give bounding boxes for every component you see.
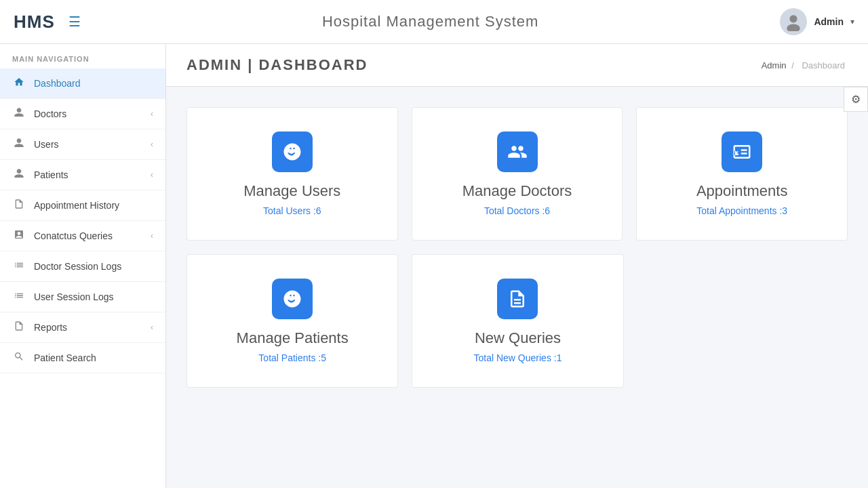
chevron-down-icon: ▾ (850, 17, 854, 26)
card-icon-wrapper (497, 131, 538, 172)
sidebar-item-label: Reports (34, 322, 67, 333)
card-title: Manage Doctors (462, 182, 572, 200)
card-subtitle: Total New Queries :1 (474, 352, 562, 363)
appointment-icon (12, 199, 26, 212)
user-session-icon (12, 290, 26, 304)
reports-icon (12, 321, 26, 334)
home-icon (12, 77, 26, 90)
empty-card (637, 254, 848, 388)
sidebar-item-label: Doctors (34, 108, 66, 119)
sidebar-item-label: Dashboard (34, 78, 81, 89)
card-subtitle: Total Users :6 (263, 205, 321, 216)
chevron-left-icon: ‹ (151, 109, 153, 119)
appointments-card[interactable]: Appointments Total Appointments :3 (636, 107, 848, 241)
card-icon-wrapper (722, 131, 762, 172)
user-menu[interactable]: Admin ▾ (780, 8, 854, 35)
gear-icon: ⚙ (851, 94, 861, 105)
logo: HMS (14, 12, 55, 33)
manage-patients-card[interactable]: Manage Patients Total Patients :5 (186, 254, 398, 388)
app-title: Hospital Management System (322, 13, 538, 30)
dashboard-cards: Manage Users Total Users :6 Manage Docto… (166, 87, 868, 408)
cards-row-2: Manage Patients Total Patients :5 New Qu… (186, 254, 848, 388)
doctor-icon (12, 107, 26, 121)
card-subtitle: Total Appointments :3 (696, 205, 787, 216)
sidebar-item-label: Doctor Session Logs (34, 261, 121, 272)
sidebar-item-label: Users (34, 139, 59, 150)
card-title: Manage Patients (237, 329, 349, 347)
sidebar-section-label: MAIN NAVIGATION (0, 44, 165, 68)
manage-doctors-card[interactable]: Manage Doctors Total Doctors :6 (412, 107, 623, 241)
settings-button[interactable]: ⚙ (844, 87, 868, 112)
sidebar-item-dashboard[interactable]: Dashboard (0, 68, 165, 99)
chevron-left-icon: ‹ (151, 323, 153, 332)
sidebar-item-users[interactable]: Users ‹ (0, 129, 165, 160)
search-icon (12, 351, 26, 365)
smile-icon (282, 289, 302, 309)
chevron-left-icon: ‹ (151, 170, 153, 180)
breadcrumb-current: Dashboard (802, 60, 845, 70)
sidebar: MAIN NAVIGATION Dashboard Doctors (0, 44, 166, 488)
svg-point-0 (790, 15, 797, 22)
manage-users-card[interactable]: Manage Users Total Users :6 (186, 107, 398, 241)
sidebar-item-patients[interactable]: Patients ‹ (0, 160, 165, 190)
breadcrumb: Admin / Dashboard (762, 60, 848, 70)
sidebar-item-doctors[interactable]: Doctors ‹ (0, 99, 165, 129)
query-icon (12, 229, 26, 243)
svg-point-1 (787, 24, 801, 32)
chevron-left-icon: ‹ (151, 140, 153, 149)
smile-icon (282, 142, 302, 162)
patient-icon (12, 168, 26, 182)
sidebar-item-label: Appointment History (34, 200, 119, 211)
card-title: Appointments (696, 182, 788, 200)
sidebar-item-contact-queries[interactable]: Conatctus Queries ‹ (0, 221, 165, 251)
sidebar-item-doctor-session-logs[interactable]: Doctor Session Logs (0, 251, 165, 282)
breadcrumb-separator: / (791, 60, 794, 70)
page-title: ADMIN | DASHBOARD (186, 56, 368, 74)
content-header: ADMIN | DASHBOARD Admin / Dashboard (166, 44, 868, 87)
user-icon (12, 138, 26, 151)
sidebar-item-label: Conatctus Queries (34, 230, 113, 241)
sidebar-item-label: Patients (34, 169, 68, 180)
sidebar-item-user-session-logs[interactable]: User Session Logs (0, 282, 165, 312)
sidebar-item-label: Patient Search (34, 352, 96, 363)
main-layout: MAIN NAVIGATION Dashboard Doctors (0, 44, 868, 488)
avatar (780, 8, 807, 35)
sidebar-item-reports[interactable]: Reports ‹ (0, 312, 165, 343)
card-title: New Queries (475, 329, 561, 347)
card-title: Manage Users (243, 182, 340, 200)
breadcrumb-parent[interactable]: Admin (762, 60, 787, 70)
card-icon-wrapper (497, 279, 538, 319)
sidebar-item-patient-search[interactable]: Patient Search (0, 343, 165, 373)
new-queries-card[interactable]: New Queries Total New Queries :1 (412, 254, 623, 388)
card-subtitle: Total Doctors :6 (484, 205, 550, 216)
topbar-left: HMS ☰ (14, 12, 81, 33)
chevron-left-icon: ‹ (151, 231, 153, 241)
admin-label: Admin (814, 16, 844, 27)
sidebar-item-appointment-history[interactable]: Appointment History (0, 190, 165, 221)
card-icon-wrapper (272, 131, 313, 172)
cards-row-1: Manage Users Total Users :6 Manage Docto… (186, 107, 848, 241)
card-subtitle: Total Patients :5 (258, 352, 326, 363)
card-icon-wrapper (272, 279, 313, 319)
topbar: HMS ☰ Hospital Management System Admin ▾ (0, 0, 868, 44)
group-icon (507, 142, 528, 162)
terminal-icon (732, 142, 752, 162)
documents-icon (507, 289, 528, 309)
hamburger-icon[interactable]: ☰ (68, 14, 81, 30)
session-log-icon (12, 260, 26, 273)
sidebar-item-label: User Session Logs (34, 291, 114, 302)
main-content: ADMIN | DASHBOARD Admin / Dashboard ⚙ (166, 44, 868, 488)
